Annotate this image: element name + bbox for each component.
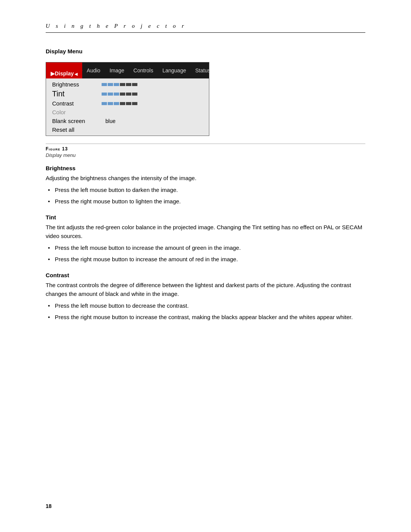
menu-row-reset-all[interactable]: Reset all xyxy=(46,125,209,134)
slider-seg xyxy=(114,93,119,96)
menu-nav-audio[interactable]: Audio xyxy=(82,66,105,75)
contrast-bullet-1: Press the left mouse button to decrease … xyxy=(46,301,365,310)
brightness-bullet-2: Press the right mouse button to lighten … xyxy=(46,197,365,206)
slider-seg xyxy=(126,102,131,105)
menu-nav-display[interactable]: ▶Display◀ xyxy=(46,62,82,78)
slider-seg xyxy=(102,93,107,96)
contrast-para: The contrast controls the degree of diff… xyxy=(46,281,365,299)
menu-nav-status[interactable]: Status xyxy=(191,66,215,75)
tint-bullet-2: Press the right mouse button to increase… xyxy=(46,255,365,264)
menu-label-tint: Tint xyxy=(52,89,102,98)
menu-nav-language[interactable]: Language xyxy=(158,66,191,75)
section-heading: Display Menu xyxy=(46,48,365,54)
blank-screen-value: blue xyxy=(105,118,115,124)
brightness-bullet-1: Press the left mouse button to darken th… xyxy=(46,185,365,194)
menu-body: Brightness Tint xyxy=(46,78,209,136)
display-arrow-right-icon: ◀ xyxy=(75,72,78,76)
figure-description: Display menu xyxy=(46,152,365,158)
tint-para: The tint adjusts the red-green color bal… xyxy=(46,223,365,241)
tint-slider[interactable] xyxy=(102,93,137,96)
slider-seg xyxy=(120,83,125,86)
slider-seg xyxy=(126,93,131,96)
slider-seg xyxy=(132,83,137,86)
menu-row-blank-screen[interactable]: Blank screen blue xyxy=(46,117,209,125)
display-menu-screenshot: ▶Display◀ Audio Image Controls Language … xyxy=(46,62,209,136)
menu-label-contrast: Contrast xyxy=(52,100,102,107)
slider-seg xyxy=(114,102,119,105)
tint-bullets: Press the left mouse button to increase … xyxy=(46,243,365,264)
figure-caption: Figure 13 Display menu xyxy=(46,144,365,158)
slider-seg xyxy=(108,93,113,96)
contrast-section: Contrast The contrast controls the degre… xyxy=(46,272,365,321)
display-arrow-icon: ▶ xyxy=(51,70,55,77)
tint-section: Tint The tint adjusts the red-green colo… xyxy=(46,214,365,264)
figure-label: Figure 13 xyxy=(46,146,365,152)
slider-seg xyxy=(108,83,113,86)
brightness-para: Adjusting the brightness changes the int… xyxy=(46,174,365,182)
menu-row-color: Color xyxy=(46,108,209,117)
contrast-bullet-2: Press the right mouse button to increase… xyxy=(46,313,365,321)
contrast-slider[interactable] xyxy=(102,102,137,105)
menu-label-reset-all: Reset all xyxy=(52,126,102,133)
brightness-heading: Brightness xyxy=(46,165,365,171)
menu-label-brightness: Brightness xyxy=(52,81,102,88)
tint-heading: Tint xyxy=(46,214,365,220)
menu-row-contrast: Contrast xyxy=(46,99,209,108)
menu-row-tint: Tint xyxy=(46,89,209,99)
menu-label-blank-screen: Blank screen xyxy=(52,118,102,124)
menu-label-color: Color xyxy=(52,109,102,115)
slider-seg xyxy=(126,83,131,86)
menu-navbar: ▶Display◀ Audio Image Controls Language … xyxy=(46,62,209,78)
slider-seg xyxy=(132,93,137,96)
slider-seg xyxy=(120,93,125,96)
slider-seg xyxy=(120,102,125,105)
menu-nav-image[interactable]: Image xyxy=(105,66,129,75)
page: U s i n g t h e P r o j e c t o r Displa… xyxy=(0,0,411,532)
slider-seg xyxy=(102,83,107,86)
contrast-bullets: Press the left mouse button to decrease … xyxy=(46,301,365,321)
brightness-bullets: Press the left mouse button to darken th… xyxy=(46,185,365,206)
brightness-slider[interactable] xyxy=(102,83,137,86)
page-header: U s i n g t h e P r o j e c t o r xyxy=(46,23,365,33)
menu-row-brightness: Brightness xyxy=(46,80,209,89)
slider-seg xyxy=(108,102,113,105)
slider-seg xyxy=(132,102,137,105)
brightness-section: Brightness Adjusting the brightness chan… xyxy=(46,165,365,206)
slider-seg xyxy=(102,102,107,105)
slider-seg xyxy=(114,83,119,86)
header-title: U s i n g t h e P r o j e c t o r xyxy=(46,23,186,29)
page-number: 18 xyxy=(46,503,52,509)
contrast-heading: Contrast xyxy=(46,272,365,278)
tint-bullet-1: Press the left mouse button to increase … xyxy=(46,243,365,252)
menu-nav-controls[interactable]: Controls xyxy=(129,66,158,75)
